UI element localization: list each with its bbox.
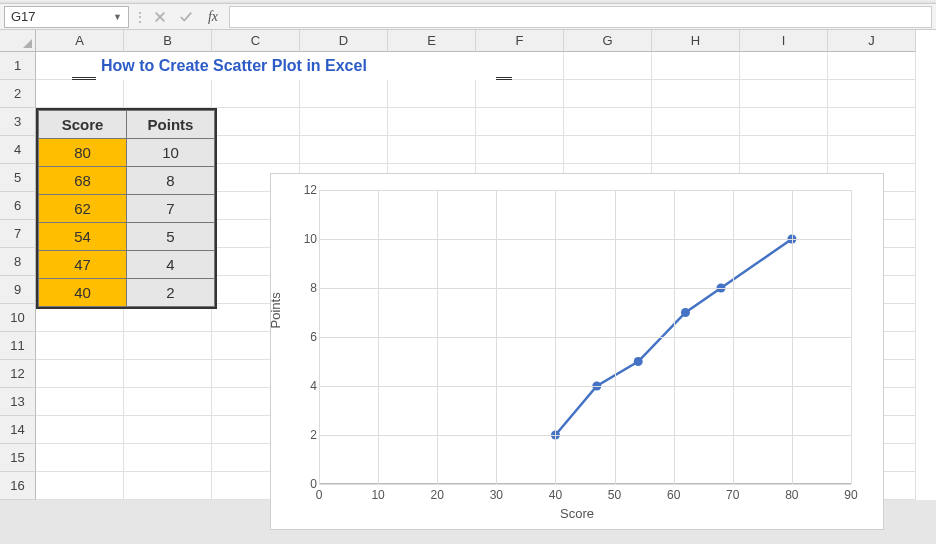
column-header[interactable]: H [652,30,740,52]
column-header[interactable]: C [212,30,300,52]
row-header[interactable]: 10 [0,304,36,332]
row-header[interactable]: 4 [0,136,36,164]
cell[interactable] [828,80,916,108]
cell[interactable] [388,80,476,108]
column-header[interactable]: F [476,30,564,52]
name-box-value: G17 [11,9,36,24]
row-header[interactable]: 9 [0,276,36,304]
row-header[interactable]: 15 [0,444,36,472]
cell[interactable] [740,108,828,136]
fx-icon[interactable]: fx [201,6,225,28]
cell[interactable] [36,332,124,360]
table-cell-score: 80 [39,139,127,167]
cell[interactable] [212,136,300,164]
y-tick-label: 4 [299,379,317,393]
cell[interactable] [564,108,652,136]
chart-point [634,357,643,366]
row-header[interactable]: 8 [0,248,36,276]
cell[interactable] [124,416,212,444]
x-tick-label: 60 [659,488,689,502]
worksheet[interactable]: ABCDEFGHIJ12345678910111213141516 How to… [0,30,936,500]
cell[interactable] [564,80,652,108]
table-cell-points: 7 [127,195,215,223]
x-axis-label: Score [271,506,883,521]
table-cell-points: 2 [127,279,215,307]
dropdown-icon: ▼ [113,12,122,22]
column-header[interactable]: E [388,30,476,52]
cell[interactable] [740,136,828,164]
cell[interactable] [212,108,300,136]
column-header[interactable]: A [36,30,124,52]
column-header[interactable]: D [300,30,388,52]
row-header[interactable]: 3 [0,108,36,136]
table-cell-score: 62 [39,195,127,223]
cell[interactable] [124,444,212,472]
confirm-icon [175,6,197,28]
column-header[interactable]: I [740,30,828,52]
formula-input[interactable] [229,6,932,28]
cell[interactable] [124,332,212,360]
cell[interactable] [476,136,564,164]
row-header[interactable]: 11 [0,332,36,360]
cell[interactable] [828,136,916,164]
x-tick-label: 70 [718,488,748,502]
cell[interactable] [300,80,388,108]
row-header[interactable]: 14 [0,416,36,444]
cell[interactable] [476,80,564,108]
row-header[interactable]: 5 [0,164,36,192]
row-header[interactable]: 13 [0,388,36,416]
cell[interactable] [36,360,124,388]
x-tick-label: 50 [600,488,630,502]
cell[interactable] [740,80,828,108]
cell[interactable] [124,80,212,108]
data-table: ScorePoints8010688627545474402 [36,108,217,309]
cell[interactable] [300,108,388,136]
cell[interactable] [476,108,564,136]
select-all-button[interactable] [0,30,36,52]
name-box[interactable]: G17 ▼ [4,6,129,28]
row-header[interactable]: 12 [0,360,36,388]
cell[interactable] [212,80,300,108]
cell[interactable] [36,472,124,500]
chart-point [681,308,690,317]
scatter-chart[interactable]: Points Score 024681012 01020304050607080… [270,173,884,530]
cell[interactable] [36,388,124,416]
row-header[interactable]: 2 [0,80,36,108]
y-tick-label: 8 [299,281,317,295]
cell[interactable] [124,472,212,500]
column-header[interactable]: G [564,30,652,52]
cell[interactable] [36,444,124,472]
column-header[interactable]: J [828,30,916,52]
y-tick-label: 12 [299,183,317,197]
cell[interactable] [300,136,388,164]
row-header[interactable]: 1 [0,52,36,80]
cell[interactable] [652,136,740,164]
y-tick-label: 2 [299,428,317,442]
page-title: How to Create Scatter Plot in Excel [96,52,496,80]
x-tick-label: 10 [363,488,393,502]
cell[interactable] [652,80,740,108]
x-tick-label: 30 [481,488,511,502]
table-header: Score [39,111,127,139]
cell[interactable] [388,108,476,136]
cell[interactable] [652,108,740,136]
y-tick-label: 6 [299,330,317,344]
table-cell-points: 5 [127,223,215,251]
column-header[interactable]: B [124,30,212,52]
cell[interactable] [564,136,652,164]
x-tick-label: 40 [540,488,570,502]
cell[interactable] [36,80,124,108]
cell[interactable] [124,360,212,388]
row-header[interactable]: 16 [0,472,36,500]
table-cell-score: 68 [39,167,127,195]
row-header[interactable]: 6 [0,192,36,220]
formula-bar: G17 ▼ ⋮ fx [0,4,936,30]
x-tick-label: 80 [777,488,807,502]
cell[interactable] [388,136,476,164]
cell[interactable] [828,108,916,136]
row-header[interactable]: 7 [0,220,36,248]
cell[interactable] [124,388,212,416]
table-cell-points: 4 [127,251,215,279]
table-cell-points: 10 [127,139,215,167]
cell[interactable] [36,416,124,444]
